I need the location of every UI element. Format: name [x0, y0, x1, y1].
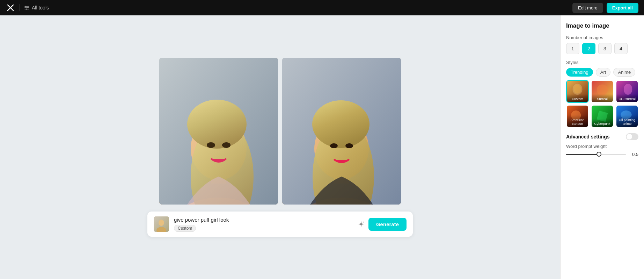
weight-slider-knob[interactable]: [597, 152, 601, 157]
style-card-cyberpunk-label: Cyberpunk: [592, 119, 613, 127]
style-card-cyberpunk[interactable]: Cyberpunk: [591, 105, 614, 128]
all-tools-label: All tools: [32, 5, 49, 10]
styles-label: Styles: [566, 60, 638, 65]
style-card-american-cartoon[interactable]: American cartoon: [566, 105, 589, 128]
navbar: All tools Edit more Export all: [0, 0, 644, 15]
style-card-surreal-label: Surreal: [592, 94, 613, 102]
advanced-settings-title: Advanced settings: [566, 134, 609, 140]
prompt-text: give power puff girl look: [174, 217, 352, 223]
svg-point-10: [187, 100, 247, 149]
prompt-actions: Generate: [357, 218, 407, 231]
sparkle-icon: [357, 220, 365, 228]
num-images-label: Number of images: [566, 35, 638, 40]
advanced-settings-header: Advanced settings: [566, 133, 638, 140]
portrait-1: [159, 58, 278, 205]
svg-point-11: [207, 142, 215, 148]
style-card-cgi-surreal[interactable]: CGI surreal: [616, 80, 638, 103]
style-card-american-cartoon-label: American cartoon: [567, 115, 588, 127]
portrait-svg-2: [282, 58, 401, 205]
style-tab-trending[interactable]: Trending: [566, 68, 593, 77]
svg-point-20: [345, 143, 353, 148]
prompt-bar: give power puff girl look Custom Generat…: [147, 212, 413, 237]
canvas-area: give power puff girl look Custom Generat…: [0, 15, 560, 279]
advanced-settings-section: Advanced settings Word prompt weight 0.5: [566, 133, 638, 157]
svg-point-4: [26, 9, 27, 10]
weight-slider-fill: [566, 154, 599, 155]
sidebar-title: Image to image: [566, 22, 638, 29]
export-all-button[interactable]: Export all: [607, 3, 638, 13]
svg-point-22: [159, 220, 164, 226]
style-tab-art[interactable]: Art: [596, 68, 611, 77]
style-card-oil-painting-anime[interactable]: Oil painting anime: [616, 105, 638, 128]
weight-row: 0.5: [566, 152, 638, 157]
generate-button[interactable]: Generate: [368, 218, 407, 231]
thumbnail-image: [154, 216, 169, 232]
brand-logo[interactable]: [6, 3, 15, 13]
advanced-settings-toggle[interactable]: [626, 133, 638, 140]
sparkle-button[interactable]: [357, 220, 365, 228]
navbar-left: All tools: [6, 3, 49, 13]
style-card-cgi-surreal-label: CGI surreal: [616, 94, 638, 102]
prompt-thumbnail: [154, 216, 169, 232]
svg-point-19: [330, 143, 338, 148]
styles-section: Styles Trending Art Anime: [566, 60, 638, 128]
svg-point-30: [624, 84, 632, 95]
prompt-content: give power puff girl look Custom: [174, 217, 352, 232]
num-btn-3[interactable]: 3: [598, 43, 612, 54]
style-tab-anime[interactable]: Anime: [613, 68, 635, 77]
images-row: [159, 58, 401, 205]
style-tabs: Trending Art Anime: [566, 68, 638, 77]
num-btn-4[interactable]: 4: [614, 43, 628, 54]
num-images-section: Number of images 1 2 3 4: [566, 35, 638, 54]
word-prompt-weight-container: Word prompt weight 0.5: [566, 144, 638, 157]
num-images-row: 1 2 3 4: [566, 43, 638, 54]
num-btn-1[interactable]: 1: [566, 43, 579, 54]
style-card-surreal[interactable]: Surreal: [591, 80, 614, 103]
style-card-oil-painting-anime-label: Oil painting anime: [616, 115, 638, 127]
svg-point-12: [222, 142, 230, 148]
all-tools-nav[interactable]: All tools: [24, 5, 49, 10]
weight-slider[interactable]: [566, 154, 626, 155]
prompt-badge[interactable]: Custom: [174, 225, 196, 232]
navbar-right: Edit more Export all: [572, 3, 638, 13]
word-prompt-weight-label: Word prompt weight: [566, 144, 638, 149]
svg-point-2: [25, 6, 27, 7]
right-sidebar: Image to image Number of images 1 2 3 4 …: [560, 15, 644, 279]
portrait-svg-1: [159, 58, 278, 205]
svg-point-26: [574, 85, 581, 93]
svg-point-3: [28, 7, 29, 8]
style-card-custom-label: Custom: [567, 94, 588, 102]
svg-point-18: [312, 100, 369, 148]
style-card-custom[interactable]: Custom: [566, 80, 589, 103]
navbar-divider: [20, 4, 20, 11]
style-grid: Custom Surreal: [566, 80, 638, 128]
weight-value: 0.5: [629, 152, 638, 157]
main-layout: give power puff girl look Custom Generat…: [0, 15, 644, 279]
generated-image-2: [282, 58, 401, 205]
tools-icon: [24, 5, 30, 10]
edit-more-button[interactable]: Edit more: [572, 3, 603, 13]
portrait-2: [282, 58, 401, 205]
generated-image-1: [159, 58, 278, 205]
num-btn-2[interactable]: 2: [582, 43, 595, 54]
